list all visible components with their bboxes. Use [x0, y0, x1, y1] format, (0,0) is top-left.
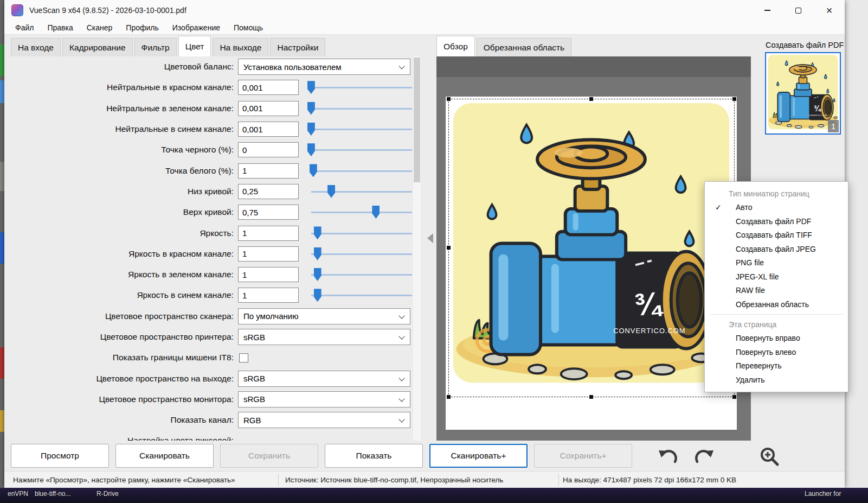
context-item-make-tiff[interactable]: Создавать файл TIFF: [705, 228, 848, 243]
crop-handle-bottom-mid[interactable]: [589, 395, 593, 399]
slider-track: [311, 191, 412, 193]
setting-label: Верх кривой:: [10, 207, 234, 217]
setting-label: Нейтральные в зеленом канале:: [10, 104, 234, 113]
crop-handle-bottom-right[interactable]: [732, 395, 736, 399]
scan-plus-button[interactable]: Сканировать+: [429, 444, 528, 468]
row-color-balance: Цветовой баланс: Установка пользователем: [10, 56, 421, 77]
brightness-green-input[interactable]: [238, 267, 299, 282]
tab-cropped-area[interactable]: Обрезанная область: [477, 38, 571, 56]
taskbar-item-launcher[interactable]: Launcher for: [805, 490, 841, 498]
crop-handle-mid-left[interactable]: [447, 246, 451, 250]
context-item-cropped-area[interactable]: Обрезанная область: [705, 298, 848, 312]
black-point-slider[interactable]: [307, 139, 413, 160]
neutral-green-input[interactable]: [238, 101, 299, 116]
slider-thumb[interactable]: [307, 143, 315, 156]
brightness-red-input[interactable]: [238, 246, 299, 262]
taskbar-item-rdrive[interactable]: R-Drive: [97, 490, 119, 498]
show-channel-dropdown[interactable]: RGB: [238, 412, 410, 428]
brightness-input[interactable]: [238, 226, 299, 241]
monitor-colorspace-dropdown[interactable]: sRGB: [238, 391, 410, 408]
slider-thumb[interactable]: [307, 102, 315, 115]
output-colorspace-dropdown[interactable]: sRGB: [238, 371, 410, 387]
tab-preview[interactable]: Обзор: [436, 36, 475, 56]
context-item-auto[interactable]: ✓Авто: [705, 201, 848, 215]
slider-thumb[interactable]: [314, 289, 322, 302]
curve-low-input[interactable]: [238, 184, 299, 199]
neutral-blue-slider[interactable]: [307, 119, 413, 139]
menu-image[interactable]: Изображение: [172, 23, 220, 32]
preview-area[interactable]: [436, 56, 751, 441]
rotate-left-icon[interactable]: [657, 445, 681, 467]
context-item-make-pdf[interactable]: Создавать файл PDF: [705, 215, 848, 229]
context-item-make-jpeg[interactable]: Создавать файл JPEG: [705, 243, 848, 257]
curve-high-input[interactable]: [238, 205, 299, 220]
crop-marquee[interactable]: [448, 99, 735, 397]
it8-checkbox[interactable]: [239, 353, 248, 362]
maximize-button[interactable]: [783, 0, 814, 21]
menu-profile[interactable]: Профиль: [126, 23, 158, 32]
slider-thumb[interactable]: [307, 123, 315, 136]
settings-scrollbar[interactable]: [413, 56, 421, 441]
slider-thumb[interactable]: [372, 206, 380, 219]
neutral-green-slider[interactable]: [307, 98, 413, 119]
close-button[interactable]: ×: [814, 0, 845, 21]
taskbar-item-blue-tiff[interactable]: blue-tiff-no...: [35, 490, 70, 498]
tab-prefs[interactable]: Настройки: [270, 38, 325, 56]
white-point-slider[interactable]: [307, 160, 413, 181]
crop-handle-top-right[interactable]: [732, 97, 736, 101]
neutral-blue-input[interactable]: [238, 122, 299, 137]
context-item-rotate-left[interactable]: Повернуть влево: [705, 346, 848, 360]
context-item-raw-file[interactable]: RAW file: [705, 284, 848, 298]
scrollbar-thumb[interactable]: [414, 58, 420, 182]
menu-file[interactable]: Файл: [15, 23, 34, 32]
menubar: Файл Правка Сканер Профиль Изображение П…: [4, 21, 845, 35]
rotate-right-icon[interactable]: [691, 445, 716, 467]
panel-collapse-arrow-icon[interactable]: [427, 233, 433, 243]
zoom-in-icon[interactable]: [757, 445, 782, 467]
show-button[interactable]: Показать: [325, 444, 423, 468]
curve-high-slider[interactable]: [307, 202, 413, 222]
color-balance-dropdown[interactable]: Установка пользователем: [238, 59, 410, 75]
setting-label: Точка белого (%):: [10, 166, 234, 176]
tab-crop[interactable]: Кадрирование: [62, 38, 133, 56]
slider-thumb[interactable]: [314, 268, 322, 281]
menu-edit[interactable]: Правка: [47, 23, 73, 32]
brightness-blue-input[interactable]: [238, 288, 299, 303]
crop-handle-top-left[interactable]: [447, 97, 451, 101]
page-thumbnail[interactable]: 1: [765, 52, 841, 135]
slider-thumb[interactable]: [310, 164, 317, 177]
brightness-slider[interactable]: [307, 222, 413, 243]
tab-color[interactable]: Цвет: [178, 36, 211, 56]
neutral-red-input[interactable]: [238, 80, 299, 95]
slider-thumb[interactable]: [314, 247, 322, 260]
black-point-input[interactable]: [238, 142, 299, 157]
white-point-input[interactable]: [238, 163, 299, 179]
context-separator: [710, 314, 843, 315]
tab-output[interactable]: На выходе: [213, 38, 268, 56]
crop-handle-bottom-left[interactable]: [447, 395, 451, 399]
neutral-red-slider[interactable]: [307, 77, 413, 98]
context-item-flip[interactable]: Перевернуть: [705, 359, 848, 373]
brightness-red-slider[interactable]: [307, 244, 413, 264]
brightness-blue-slider[interactable]: [307, 285, 413, 305]
taskbar-item-envpn[interactable]: enVPN: [8, 490, 28, 498]
menu-scanner[interactable]: Сканер: [87, 23, 113, 32]
crop-handle-top-mid[interactable]: [589, 97, 593, 101]
scan-button[interactable]: Сканировать: [115, 444, 214, 468]
tab-input[interactable]: На входе: [11, 38, 61, 56]
slider-thumb[interactable]: [307, 81, 315, 94]
menu-help[interactable]: Помощь: [234, 23, 263, 32]
context-item-delete[interactable]: Удалить: [705, 373, 848, 387]
printer-colorspace-dropdown[interactable]: sRGB: [238, 329, 410, 345]
curve-low-slider[interactable]: [307, 181, 413, 202]
brightness-green-slider[interactable]: [307, 264, 413, 285]
context-item-rotate-right[interactable]: Повернуть вправо: [705, 332, 848, 346]
scanner-colorspace-dropdown[interactable]: По умолчанию: [238, 308, 410, 324]
slider-thumb[interactable]: [314, 226, 322, 239]
tab-filter[interactable]: Фильтр: [134, 38, 177, 56]
minimize-button[interactable]: [752, 0, 783, 21]
preview-button[interactable]: Просмотр: [11, 444, 109, 468]
context-item-jpegxl-file[interactable]: JPEG-XL file: [705, 270, 848, 284]
slider-thumb[interactable]: [327, 185, 335, 198]
context-item-png-file[interactable]: PNG file: [705, 256, 848, 270]
